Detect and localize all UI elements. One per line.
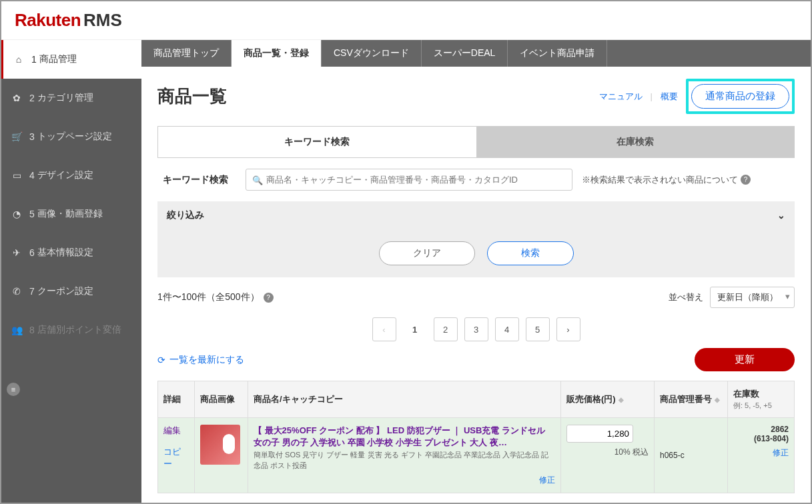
th-sku[interactable]: 商品管理番号◆ xyxy=(655,381,728,418)
logo: RakutenRMS xyxy=(15,10,122,31)
tab-list-register[interactable]: 商品一覧・登録 xyxy=(232,40,322,67)
search-icon: 🔍 xyxy=(252,175,263,185)
tab-superdeal[interactable]: スーパーDEAL xyxy=(422,40,508,67)
layout-icon: ▭ xyxy=(9,170,24,181)
page-5[interactable]: 5 xyxy=(526,317,550,341)
searchtab-keyword[interactable]: キーワード検索 xyxy=(158,127,476,157)
sidebar-item-basic[interactable]: ✈ 6 基本情報設定 xyxy=(1,233,141,272)
register-highlight: 通常商品の登録 xyxy=(686,79,795,114)
th-image: 商品画像 xyxy=(195,381,248,418)
overview-link[interactable]: 概要 xyxy=(661,91,678,103)
table-row: 編集 コピー 【 最大25%OFF クーポン 配布 】 LED 防犯ブザー ｜ … xyxy=(158,418,795,493)
tab-event[interactable]: イベント商品申請 xyxy=(508,40,607,67)
edit-link[interactable]: 編集 xyxy=(163,425,189,437)
header: RakutenRMS xyxy=(1,1,811,40)
product-table: 詳細 商品画像 商品名/キャッチコピー 販売価格(円)◆ 商品管理番号◆ 在庫数… xyxy=(157,381,795,493)
price-input[interactable] xyxy=(566,425,633,443)
refresh-icon: ⟳ xyxy=(157,355,165,365)
search-label: キーワード検索 xyxy=(163,174,236,186)
clear-button[interactable]: クリア xyxy=(379,241,475,265)
product-thumb[interactable] xyxy=(200,425,240,465)
fix-link[interactable]: 修正 xyxy=(254,475,555,486)
users-icon: 👥 xyxy=(9,325,24,335)
tabbar: 商品管理トップ 商品一覧・登録 CSVダウンロード スーパーDEAL イベント商… xyxy=(141,40,811,67)
bell-icon: ✆ xyxy=(9,286,24,297)
result-count: 1件〜100件（全500件） xyxy=(157,291,260,303)
product-desc: 簡単取付 SOS 見守り ブザー 軽量 災害 光る ギフト 卒園記念品 卒業記念… xyxy=(254,450,555,471)
search-note: ※検索結果で表示されない商品について ? xyxy=(582,174,751,186)
sidebar-item-design[interactable]: ▭ 4 デザイン設定 xyxy=(1,156,141,195)
help-icon[interactable]: ? xyxy=(741,175,751,185)
page-next[interactable]: › xyxy=(556,317,580,341)
sort-select[interactable]: 更新日（降順） xyxy=(710,287,795,308)
stock-detail: (613-804) xyxy=(733,434,789,443)
page-prev[interactable]: ‹ xyxy=(372,317,396,341)
register-button[interactable]: 通常商品の登録 xyxy=(691,84,789,109)
fix-link[interactable]: 修正 xyxy=(733,447,789,459)
sidebar-item-category[interactable]: ✿ 2 カテゴリ管理 xyxy=(1,79,141,117)
search-input[interactable] xyxy=(246,169,572,191)
chevron-down-icon: ⌄ xyxy=(777,210,785,221)
menu-icon[interactable]: ≡ xyxy=(7,383,20,396)
logo-brand: Rakuten xyxy=(15,10,81,30)
pagination: ‹ 1 2 3 4 5 › xyxy=(157,317,795,341)
sidebar-item-media[interactable]: ◔ 5 画像・動画登録 xyxy=(1,195,141,233)
th-name: 商品名/キャッチコピー xyxy=(248,381,561,418)
tab-top[interactable]: 商品管理トップ xyxy=(141,40,232,67)
sidebar-item-points[interactable]: 👥 8 店舗別ポイント変倍 xyxy=(1,311,141,349)
copy-link[interactable]: コピー xyxy=(163,446,189,470)
filter-toggle[interactable]: 絞り込み ⌄ xyxy=(157,201,795,229)
sort-icon: ◆ xyxy=(619,396,624,403)
page-3[interactable]: 3 xyxy=(464,317,488,341)
home-icon: ⌂ xyxy=(11,54,26,65)
stock-value: 2862 xyxy=(733,425,789,434)
page-4[interactable]: 4 xyxy=(495,317,519,341)
logo-sub: RMS xyxy=(83,10,122,30)
chart-icon: ◔ xyxy=(9,209,24,219)
product-title[interactable]: 【 最大25%OFF クーポン 配布 】 LED 防犯ブザー ｜ USB充電 ラ… xyxy=(254,425,555,449)
help-icon[interactable]: ? xyxy=(264,293,274,303)
sort-icon: ◆ xyxy=(715,396,720,403)
page-1[interactable]: 1 xyxy=(403,317,427,341)
searchtab-stock[interactable]: 在庫検索 xyxy=(476,127,795,157)
gear-icon: ✿ xyxy=(9,93,24,103)
cart-icon: 🛒 xyxy=(9,131,24,142)
tax-label: 10% 税込 xyxy=(566,447,649,458)
th-stock: 在庫数例: 5, -5, +5 xyxy=(728,381,795,418)
update-button[interactable]: 更新 xyxy=(695,348,795,371)
sidebar-item-coupon[interactable]: ✆ 7 クーポン設定 xyxy=(1,272,141,311)
sku-cell: h065-c xyxy=(655,418,728,493)
refresh-link[interactable]: ⟳ 一覧を最新にする xyxy=(157,354,244,366)
manual-link[interactable]: マニュアル xyxy=(599,91,643,103)
page-2[interactable]: 2 xyxy=(434,317,458,341)
search-button[interactable]: 検索 xyxy=(487,241,574,265)
sidebar-item-toppage[interactable]: 🛒 3 トップページ設定 xyxy=(1,117,141,156)
sort-label: 並べ替え xyxy=(669,291,703,303)
tab-csv[interactable]: CSVダウンロード xyxy=(322,40,422,67)
sidebar-item-products[interactable]: ⌂ 1 商品管理 xyxy=(1,40,141,79)
sidebar: ⌂ 1 商品管理 ✿ 2 カテゴリ管理 🛒 3 トップページ設定 ▭ 4 デザイ… xyxy=(1,40,141,503)
page-title: 商品一覧 xyxy=(157,85,227,108)
th-price[interactable]: 販売価格(円)◆ xyxy=(561,381,655,418)
th-detail: 詳細 xyxy=(158,381,195,418)
send-icon: ✈ xyxy=(9,247,24,258)
